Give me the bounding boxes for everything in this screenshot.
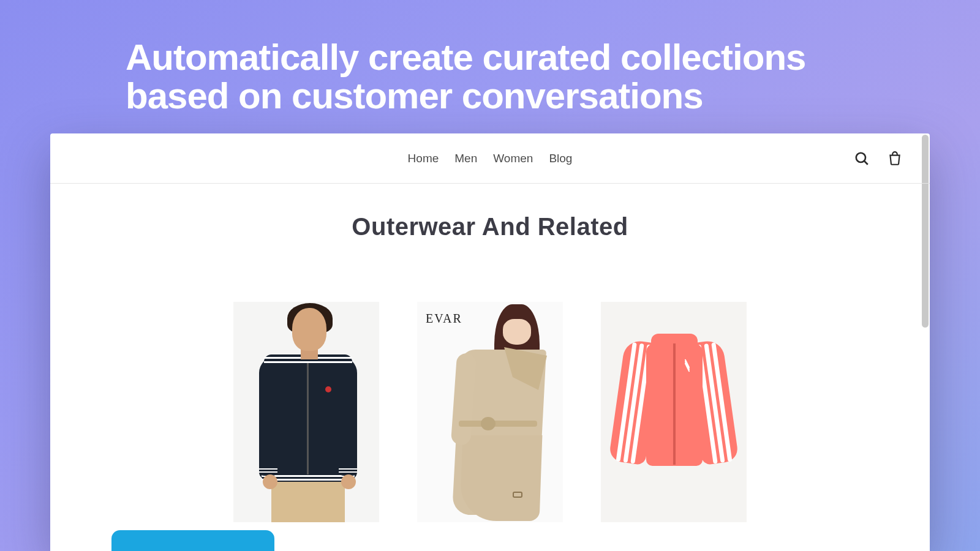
svg-line-1 [864, 160, 868, 164]
top-bar: Home Men Women Blog [50, 133, 930, 184]
cart-icon[interactable] [887, 151, 903, 167]
search-icon[interactable] [854, 151, 870, 167]
hero-line-2: based on customer conversations [126, 77, 980, 115]
product-grid: EVAR [50, 302, 930, 522]
product-brand-label: EVAR [426, 312, 462, 326]
product-card[interactable] [233, 302, 379, 522]
topbar-actions [854, 151, 903, 167]
collection-title: Outerwear And Related [50, 213, 930, 241]
nav-men[interactable]: Men [454, 152, 477, 165]
hero-headline: Automatically create curated collections… [0, 0, 980, 115]
hero-line-1: Automatically create curated collections [126, 38, 980, 77]
nav-home[interactable]: Home [408, 152, 439, 165]
storefront-window: Home Men Women Blog Outerwear And Relate… [50, 133, 930, 551]
svg-point-0 [856, 152, 865, 162]
chat-widget-tab[interactable] [111, 530, 274, 551]
product-card[interactable] [601, 302, 747, 522]
nav-blog[interactable]: Blog [549, 152, 572, 165]
main-nav: Home Men Women Blog [408, 152, 573, 165]
product-card[interactable]: EVAR [417, 302, 563, 522]
nav-women[interactable]: Women [493, 152, 533, 165]
